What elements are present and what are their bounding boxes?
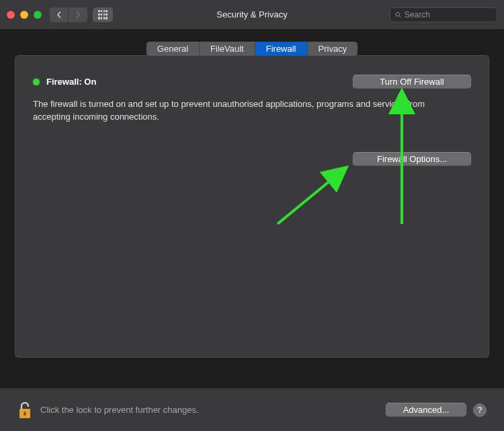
lock-open-icon [17,401,32,420]
turn-off-firewall-button[interactable]: Turn Off Firewall [353,75,471,89]
advanced-button[interactable]: Advanced... [386,403,466,417]
status-label: Firewall: On [46,77,96,87]
show-all-button[interactable] [93,7,113,22]
zoom-window-button[interactable] [34,11,42,19]
minimize-window-button[interactable] [20,11,28,19]
tab-firewall[interactable]: Firewall [255,42,308,56]
firewall-panel: Firewall: On Turn Off Firewall The firew… [15,55,489,358]
svg-rect-4 [24,412,26,416]
help-button[interactable]: ? [473,403,487,417]
tab-segment: General FileVault Firewall Privacy [146,42,358,56]
svg-line-1 [399,15,401,17]
nav-group [50,7,87,22]
options-row: Firewall Options... [33,152,471,166]
annotation-arrow-diagonal [271,157,378,231]
lock-text: Click the lock to prevent further change… [40,405,199,415]
forward-button[interactable] [69,7,87,22]
tab-general[interactable]: General [146,42,200,56]
back-button[interactable] [50,7,69,22]
lock-area[interactable]: Click the lock to prevent further change… [17,401,199,420]
search-input[interactable] [405,10,493,19]
chevron-left-icon [56,11,62,18]
chevron-right-icon [75,11,81,18]
grid-icon [98,10,108,19]
search-icon [394,11,402,19]
window-controls [7,11,42,19]
footer: Click the lock to prevent further change… [0,388,504,431]
search-field[interactable] [390,7,497,22]
status-indicator-icon [33,79,40,85]
status-row: Firewall: On Turn Off Firewall [33,75,471,89]
svg-line-2 [278,169,345,224]
tab-bar: General FileVault Firewall Privacy [15,42,489,56]
close-window-button[interactable] [7,11,15,19]
tab-filevault[interactable]: FileVault [200,42,255,56]
content: General FileVault Firewall Privacy Firew… [0,30,504,358]
firewall-description: The firewall is turned on and set up to … [33,98,463,124]
status-left: Firewall: On [33,77,96,87]
tab-privacy[interactable]: Privacy [308,42,358,56]
footer-right: Advanced... ? [386,403,487,417]
firewall-options-button[interactable]: Firewall Options... [353,152,471,166]
titlebar: Security & Privacy [0,0,504,30]
